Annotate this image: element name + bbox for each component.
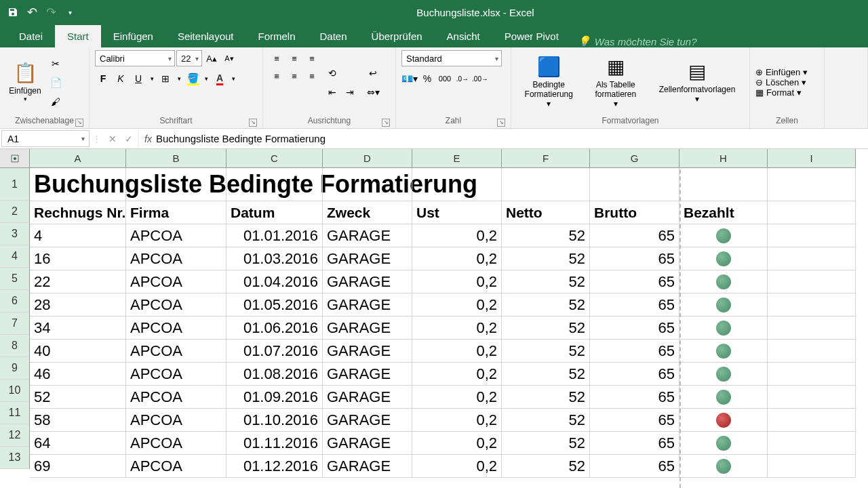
- cell-firma[interactable]: APCOA: [126, 432, 226, 454]
- table-header[interactable]: Ust: [412, 201, 502, 224]
- copy-icon[interactable]: 📄: [47, 75, 64, 91]
- conditional-formatting-button[interactable]: 🟦Bedingte Formatierung ▾: [517, 50, 581, 115]
- cell-zweck[interactable]: GARAGE: [323, 224, 412, 247]
- tab-start[interactable]: Start: [55, 25, 101, 47]
- cell-nr[interactable]: 28: [30, 293, 126, 316]
- cell-netto[interactable]: 52: [502, 270, 590, 293]
- column-header-I[interactable]: I: [768, 149, 856, 168]
- spreadsheet-grid[interactable]: ABCDEFGHI 12345678910111213 Buchungslist…: [0, 149, 868, 488]
- cell-netto[interactable]: 52: [502, 317, 590, 339]
- tab-seitenlayout[interactable]: Seitenlayout: [165, 25, 246, 47]
- cell-datum[interactable]: 01.11.2016: [226, 432, 323, 454]
- cell[interactable]: [679, 168, 768, 201]
- redo-icon[interactable]: ↷: [43, 5, 58, 20]
- accounting-format-icon[interactable]: 💶▾: [401, 70, 418, 87]
- decrease-decimal-icon[interactable]: .00→: [472, 70, 488, 87]
- increase-decimal-icon[interactable]: .0→: [454, 70, 471, 87]
- align-right-icon[interactable]: ≡: [304, 68, 320, 84]
- cell[interactable]: [768, 363, 856, 385]
- cell-datum[interactable]: 01.07.2016: [226, 340, 323, 362]
- format-painter-icon[interactable]: 🖌: [47, 94, 64, 110]
- number-dialog-launcher[interactable]: ↘: [497, 119, 505, 127]
- cell-ust[interactable]: 0,2: [412, 340, 502, 362]
- row-header-10[interactable]: 10: [0, 380, 30, 402]
- align-bottom-icon[interactable]: ≡: [304, 50, 320, 66]
- cell-bezahlt[interactable]: [679, 247, 768, 270]
- row-header-6[interactable]: 6: [0, 290, 30, 312]
- cell-nr[interactable]: 58: [30, 409, 126, 431]
- table-header[interactable]: Brutto: [590, 201, 679, 224]
- cell-ust[interactable]: 0,2: [412, 270, 502, 293]
- font-color-dropdown-icon[interactable]: ▾: [229, 70, 237, 87]
- fill-color-icon[interactable]: 🪣: [184, 70, 201, 87]
- cell-firma[interactable]: APCOA: [126, 363, 226, 385]
- cell[interactable]: [768, 247, 856, 270]
- cell-zweck[interactable]: GARAGE: [323, 340, 412, 362]
- tab-datei[interactable]: Datei: [7, 25, 55, 47]
- table-header[interactable]: Firma: [126, 201, 226, 224]
- cell-datum[interactable]: 01.10.2016: [226, 409, 323, 431]
- tab-daten[interactable]: Daten: [308, 25, 359, 47]
- align-top-icon[interactable]: ≡: [269, 50, 285, 66]
- cell-zweck[interactable]: GARAGE: [323, 363, 412, 385]
- cell-ust[interactable]: 0,2: [412, 455, 502, 477]
- tab-powerpivot[interactable]: Power Pivot: [492, 25, 571, 47]
- cell-netto[interactable]: 52: [502, 409, 590, 431]
- cell-ust[interactable]: 0,2: [412, 293, 502, 316]
- cell-bezahlt[interactable]: [679, 432, 768, 454]
- cell-bezahlt[interactable]: [679, 317, 768, 339]
- borders-icon[interactable]: ⊞: [157, 70, 174, 87]
- column-header-E[interactable]: E: [412, 149, 502, 168]
- cell-brutto[interactable]: 65: [590, 247, 679, 270]
- tab-ueberpruefen[interactable]: Überprüfen: [359, 25, 435, 47]
- cell[interactable]: [768, 270, 856, 293]
- cell-ust[interactable]: 0,2: [412, 224, 502, 247]
- insert-cells-button[interactable]: ⊕Einfügen ▾: [755, 67, 818, 77]
- row-header-7[interactable]: 7: [0, 312, 30, 335]
- column-header-A[interactable]: A: [30, 149, 126, 168]
- cell-firma[interactable]: APCOA: [126, 270, 226, 293]
- qat-dropdown-icon[interactable]: ▾: [62, 5, 77, 20]
- cell[interactable]: [323, 168, 412, 201]
- cell[interactable]: [768, 293, 856, 316]
- tell-me-search[interactable]: 💡 Was möchten Sie tun?: [571, 35, 704, 47]
- thousands-icon[interactable]: 000: [437, 70, 453, 87]
- row-header-1[interactable]: 1: [0, 168, 30, 201]
- row-header-3[interactable]: 3: [0, 223, 30, 245]
- table-header[interactable]: Bezahlt: [679, 201, 768, 224]
- cell-styles-button[interactable]: ▤Zellenformatvorlagen ▾: [650, 50, 744, 115]
- align-center-icon[interactable]: ≡: [286, 68, 302, 84]
- font-name-select[interactable]: Calibri: [95, 50, 175, 66]
- cell-bezahlt[interactable]: [679, 409, 768, 431]
- paste-button[interactable]: 📋 Einfügen ▾: [5, 50, 45, 115]
- cell-brutto[interactable]: 65: [590, 340, 679, 362]
- table-header[interactable]: Zweck: [323, 201, 412, 224]
- cell-bezahlt[interactable]: [679, 224, 768, 247]
- cell-datum[interactable]: 01.09.2016: [226, 386, 323, 408]
- cell-firma[interactable]: APCOA: [126, 224, 226, 247]
- alignment-dialog-launcher[interactable]: ↘: [382, 119, 390, 127]
- cell-firma[interactable]: APCOA: [126, 455, 226, 477]
- column-header-F[interactable]: F: [502, 149, 590, 168]
- cell[interactable]: [412, 168, 502, 201]
- number-format-select[interactable]: Standard: [401, 50, 502, 66]
- formula-input[interactable]: fx Buchungsliste Bedingte Formatierung: [138, 129, 868, 148]
- cell-brutto[interactable]: 65: [590, 293, 679, 316]
- row-header-13[interactable]: 13: [0, 447, 30, 469]
- cell-datum[interactable]: 01.01.2016: [226, 224, 323, 247]
- enter-formula-icon[interactable]: ✓: [125, 134, 133, 144]
- cell-zweck[interactable]: GARAGE: [323, 432, 412, 454]
- format-cells-button[interactable]: ▦Format ▾: [755, 87, 818, 98]
- cell[interactable]: [502, 168, 590, 201]
- cell-brutto[interactable]: 65: [590, 270, 679, 293]
- cell-netto[interactable]: 52: [502, 340, 590, 362]
- fill-dropdown-icon[interactable]: ▾: [202, 70, 210, 87]
- cell-netto[interactable]: 52: [502, 432, 590, 454]
- cancel-formula-icon[interactable]: ✕: [108, 134, 117, 144]
- cell[interactable]: [768, 224, 856, 247]
- cell-nr[interactable]: 64: [30, 432, 126, 454]
- cell-brutto[interactable]: 65: [590, 317, 679, 339]
- cell-netto[interactable]: 52: [502, 247, 590, 270]
- clipboard-dialog-launcher[interactable]: ↘: [75, 119, 83, 127]
- cell-datum[interactable]: 01.08.2016: [226, 363, 323, 385]
